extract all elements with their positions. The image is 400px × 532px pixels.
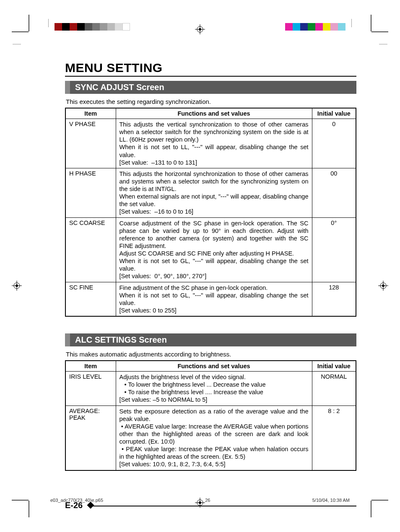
- crop-mark: [371, 31, 388, 32]
- colorbar-swatch: [293, 23, 300, 31]
- table-cell-desc: This adjusts the horizontal synchronizat…: [116, 168, 312, 217]
- table-cell-desc: Sets the exposure detection as a ratio o…: [116, 405, 312, 470]
- table-row: SC COARSECoarse adjustment of the SC pha…: [65, 217, 356, 282]
- table-row: H PHASEThis adjusts the horizontal synch…: [65, 168, 356, 217]
- colorbar-swatch: [115, 23, 122, 31]
- table-cell-desc: This adjusts the vertical synchronizatio…: [116, 119, 312, 168]
- colorbar-swatch: [77, 23, 85, 31]
- table-cell-desc: Fine adjustment of the SC phase in gen-l…: [116, 282, 312, 316]
- footer-filename: e03_adc770(23_40)e.p65: [50, 498, 103, 503]
- table-cell-initial: 128: [312, 282, 356, 316]
- colorbar-swatch: [100, 23, 107, 31]
- section-header-alc: ALC SETTINGS Screen: [65, 333, 356, 346]
- table-header-func: Functions and set values: [116, 108, 312, 119]
- table-cell-item: V PHASE: [65, 119, 116, 168]
- svg-point-11: [382, 284, 384, 287]
- colorbar-swatch: [107, 23, 115, 31]
- table-cell-item: SC COARSE: [65, 217, 116, 282]
- registration-mark-icon: [195, 24, 205, 34]
- crop-mark: [29, 15, 29, 31]
- process-colorbar: [285, 23, 345, 31]
- page-title: MENU SETTING: [65, 61, 356, 77]
- table-cell-item: AVERAGE: PEAK: [65, 405, 116, 470]
- table-cell-initial: 00: [312, 168, 356, 217]
- footer-datetime: 5/10/04, 10:38 AM: [312, 498, 350, 503]
- table-row: IRIS LEVELAdjusts the brightness level o…: [65, 372, 356, 406]
- crop-mark: [371, 15, 371, 31]
- colorbar-swatch: [92, 23, 100, 31]
- sync-adjust-table: Item Functions and set values Initial va…: [65, 108, 356, 317]
- colorbar-swatch: [323, 23, 330, 31]
- section-intro: This makes automatic adjustments accordi…: [65, 351, 356, 358]
- page-number-marker-icon: [87, 502, 94, 509]
- table-cell-initial: 8 : 2: [312, 405, 356, 470]
- registration-mark-icon: [12, 281, 22, 291]
- crop-mark: [48, 19, 49, 27]
- table-cell-item: IRIS LEVEL: [65, 372, 116, 406]
- table-row: AVERAGE: PEAKSets the exposure detection…: [65, 405, 356, 470]
- colorbar-swatch: [85, 23, 92, 31]
- table-cell-initial: 0: [312, 119, 356, 168]
- table-header-initial: Initial value: [312, 361, 356, 372]
- colorbar-swatch: [122, 23, 130, 31]
- page-content: MENU SETTING SYNC ADJUST Screen This exe…: [65, 61, 356, 475]
- table-cell-desc: Coarse adjustment of the SC phase in gen…: [116, 217, 312, 282]
- table-row: V PHASEThis adjusts the vertical synchro…: [65, 119, 356, 168]
- table-header-initial: Initial value: [312, 108, 356, 119]
- table-cell-item: H PHASE: [65, 168, 116, 217]
- table-header-item: Item: [65, 361, 116, 372]
- page-number-rule: [91, 506, 356, 506]
- crop-mark: [12, 31, 29, 32]
- colorbar-swatch: [308, 23, 315, 31]
- section-intro: This executes the setting regarding sync…: [65, 98, 356, 105]
- table-cell-item: SC FINE: [65, 282, 116, 316]
- table-row: SC FINEFine adjustment of the SC phase i…: [65, 282, 356, 316]
- colorbar-swatch: [55, 23, 62, 31]
- table-cell-initial: 0°: [312, 217, 356, 282]
- crop-mark: [12, 500, 29, 501]
- table-cell-desc: Adjusts the brightness level of the vide…: [116, 372, 312, 406]
- colorbar-swatch: [315, 23, 323, 31]
- colorbar-swatch: [70, 23, 77, 31]
- colorbar-swatch: [330, 23, 338, 31]
- imposition-footer: e03_adc770(23_40)e.p65 26 5/10/04, 10:38…: [50, 498, 350, 503]
- alc-settings-table: Item Functions and set values Initial va…: [65, 360, 356, 471]
- colorbar-swatch: [300, 23, 308, 31]
- crop-mark: [13, 44, 21, 44]
- colorbar-swatch: [338, 23, 345, 31]
- colorbar-swatch: [285, 23, 293, 31]
- crop-mark: [29, 501, 29, 517]
- table-cell-initial: NORMAL: [312, 372, 356, 406]
- crop-mark: [351, 19, 352, 27]
- svg-point-3: [199, 28, 201, 31]
- colorbar-swatch: [62, 23, 70, 31]
- crop-mark: [379, 44, 387, 44]
- registration-mark-icon: [378, 281, 388, 291]
- crop-mark: [371, 501, 371, 517]
- section-header-sync: SYNC ADJUST Screen: [65, 81, 356, 94]
- table-header-func: Functions and set values: [116, 361, 312, 372]
- crop-mark: [371, 500, 388, 501]
- grayscale-colorbar: [55, 23, 130, 31]
- table-header-item: Item: [65, 108, 116, 119]
- footer-page: 26: [205, 498, 210, 503]
- svg-point-7: [16, 284, 18, 287]
